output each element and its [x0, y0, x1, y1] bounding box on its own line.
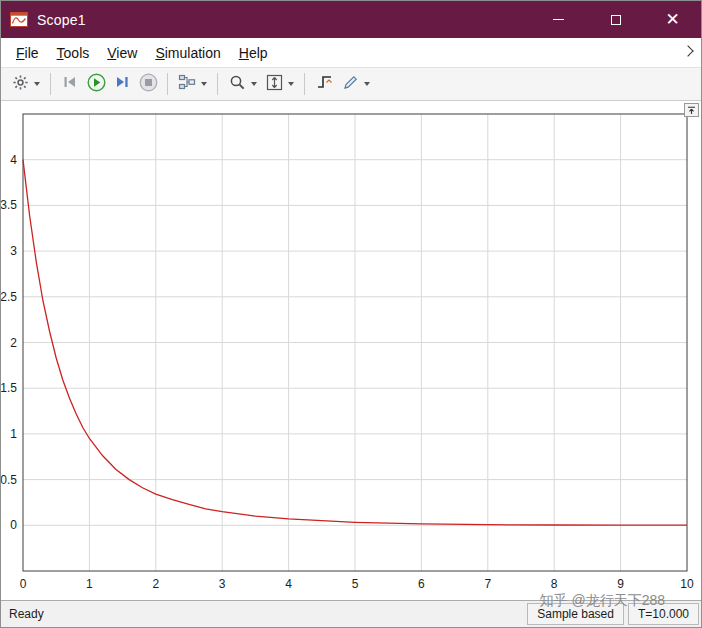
menu-item-file[interactable]: File: [7, 41, 48, 65]
minimize-button[interactable]: [530, 1, 587, 38]
plot-region: 00.511.522.533.54012345678910: [1, 101, 701, 600]
configuration-properties-button[interactable]: [8, 71, 32, 97]
window-title: Scope1: [37, 12, 86, 28]
measurements-button[interactable]: [338, 71, 362, 97]
arrow-up-icon: [687, 106, 696, 115]
measurements-dropdown-caret[interactable]: [364, 82, 370, 86]
menu-item-view[interactable]: View: [98, 41, 146, 65]
y-tick-label: 1: [10, 427, 17, 441]
signal-selector-dropdown-caret[interactable]: [201, 82, 207, 86]
scope-plot[interactable]: 00.511.522.533.54012345678910: [1, 101, 701, 600]
chevron-right-icon[interactable]: [682, 45, 693, 56]
close-icon: ✕: [665, 11, 679, 28]
step-back-button[interactable]: [58, 71, 82, 97]
menu-bar: FileToolsViewSimulationHelp: [1, 38, 701, 68]
y-tick-label: 1.5: [1, 381, 17, 395]
x-tick-label: 8: [551, 577, 558, 591]
fit-to-view-button[interactable]: [262, 71, 286, 97]
menu-items: FileToolsViewSimulationHelp: [7, 41, 277, 65]
signal-selector-button[interactable]: [175, 71, 199, 97]
x-tick-label: 1: [86, 577, 93, 591]
trigger-icon: [316, 74, 333, 94]
gear-dropdown-caret[interactable]: [34, 82, 40, 86]
toolbar-separator: [167, 73, 168, 95]
menu-item-help[interactable]: Help: [230, 41, 277, 65]
y-tick-label: 0.5: [1, 473, 17, 487]
stop-button[interactable]: [136, 71, 160, 97]
stop-icon: [139, 73, 158, 96]
run-icon: [87, 73, 106, 96]
fit-to-view-icon: [266, 74, 283, 95]
gear-icon: [12, 74, 29, 95]
zoom-dropdown-caret[interactable]: [251, 82, 257, 86]
y-tick-label: 3.5: [1, 198, 17, 212]
scope-window: Scope1 ✕ FileToolsViewSimulationHelp: [0, 0, 702, 628]
menu-item-simulation[interactable]: Simulation: [146, 41, 229, 65]
fit-to-view-dropdown-caret[interactable]: [288, 82, 294, 86]
zoom-icon: [229, 74, 246, 95]
y-tick-label: 2: [10, 336, 17, 350]
sample-mode-panel: Sample based: [527, 603, 624, 625]
maximize-button[interactable]: [587, 1, 644, 38]
x-tick-label: 0: [20, 577, 27, 591]
trigger-button[interactable]: [312, 71, 336, 97]
sim-time-panel: T=10.000: [628, 603, 699, 625]
toolbar: [1, 68, 701, 101]
x-tick-label: 4: [285, 577, 292, 591]
close-button[interactable]: ✕: [644, 1, 701, 38]
minimize-icon: [553, 19, 564, 20]
toolbar-separator: [217, 73, 218, 95]
step-forward-button[interactable]: [110, 71, 134, 97]
maximize-axes-button[interactable]: [684, 103, 699, 117]
x-tick-label: 2: [152, 577, 159, 591]
x-tick-label: 9: [617, 577, 624, 591]
step-forward-icon: [114, 75, 130, 93]
toolbar-separator: [304, 73, 305, 95]
maximize-icon: [611, 15, 621, 25]
x-tick-label: 3: [219, 577, 226, 591]
signal-selector-icon: [178, 74, 196, 94]
y-tick-label: 0: [10, 518, 17, 532]
y-tick-label: 4: [10, 153, 17, 167]
x-tick-label: 6: [418, 577, 425, 591]
measurements-icon: [342, 74, 359, 95]
step-back-icon: [62, 75, 78, 93]
x-tick-label: 7: [484, 577, 491, 591]
y-tick-label: 2.5: [1, 290, 17, 304]
x-tick-label: 10: [680, 577, 694, 591]
status-ready-text: Ready: [1, 607, 525, 621]
zoom-button[interactable]: [225, 71, 249, 97]
title-bar[interactable]: Scope1 ✕: [1, 1, 701, 38]
y-tick-label: 3: [10, 244, 17, 258]
toolbar-separator: [50, 73, 51, 95]
x-tick-label: 5: [352, 577, 359, 591]
status-bar: Ready Sample based T=10.000: [1, 600, 701, 627]
menu-item-tools[interactable]: Tools: [48, 41, 99, 65]
scope-app-icon: [10, 12, 28, 27]
run-button[interactable]: [84, 71, 108, 97]
